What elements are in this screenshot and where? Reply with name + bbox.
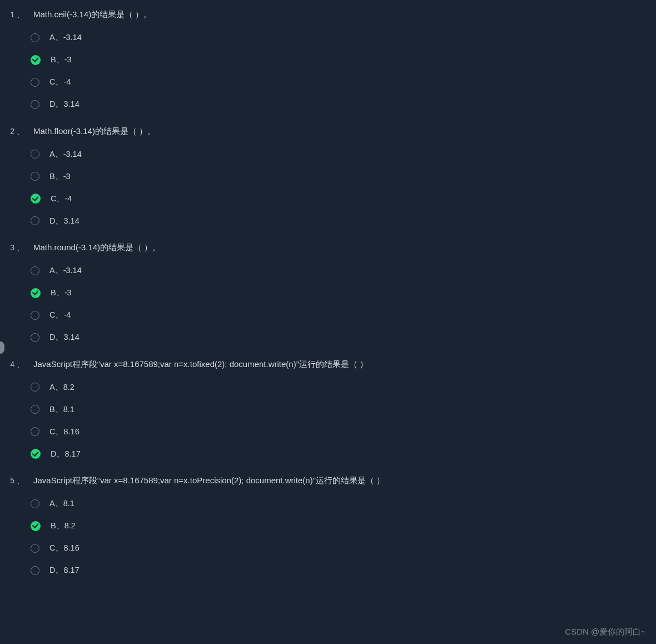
- option-label: A、-3.14: [49, 265, 82, 276]
- question-row: 1、Math.ceil(-3.14)的结果是（ ）。: [0, 7, 656, 27]
- option-row[interactable]: D、3.14: [31, 93, 656, 116]
- question-block: 1、Math.ceil(-3.14)的结果是（ ）。A、-3.14B、-3C、-…: [0, 7, 656, 116]
- check-circle-icon[interactable]: [31, 521, 41, 531]
- check-circle-icon[interactable]: [31, 194, 41, 204]
- option-row[interactable]: C、-4: [31, 187, 656, 210]
- watermark-text: CSDN @爱你的阿白~: [565, 627, 646, 637]
- option-row[interactable]: B、-3: [31, 49, 656, 71]
- option-row[interactable]: A、-3.14: [31, 260, 656, 282]
- question-text: Math.ceil(-3.14)的结果是（ ）。: [33, 8, 152, 21]
- radio-empty-icon[interactable]: [31, 566, 39, 575]
- option-row[interactable]: C、-4: [31, 304, 656, 326]
- option-label: A、8.1: [49, 498, 74, 509]
- check-circle-icon[interactable]: [31, 55, 41, 65]
- option-label: A、8.2: [49, 382, 74, 393]
- question-separator: 、: [17, 10, 33, 20]
- radio-empty-icon[interactable]: [31, 78, 39, 87]
- option-row[interactable]: B、-3: [31, 282, 656, 304]
- radio-empty-icon[interactable]: [31, 544, 39, 553]
- radio-empty-icon[interactable]: [31, 333, 39, 342]
- option-label: C、8.16: [49, 427, 79, 437]
- check-circle-icon[interactable]: [31, 288, 41, 298]
- option-label: D、8.17: [49, 565, 79, 576]
- radio-empty-icon[interactable]: [31, 150, 39, 158]
- option-row[interactable]: A、8.2: [31, 376, 656, 398]
- option-label: C、-4: [49, 310, 71, 320]
- radio-empty-icon[interactable]: [31, 172, 39, 181]
- option-row[interactable]: D、3.14: [31, 326, 656, 349]
- option-row[interactable]: C、-4: [31, 71, 656, 93]
- option-row[interactable]: A、-3.14: [31, 27, 656, 49]
- question-block: 3、Math.round(-3.14)的结果是（ ）。A、-3.14B、-3C、…: [0, 240, 656, 349]
- option-label: D、3.14: [49, 216, 79, 226]
- option-row[interactable]: B、8.2: [31, 515, 656, 537]
- question-row: 4、JavaScript程序段“var x=8.167589;var n=x.t…: [0, 356, 656, 377]
- question-row: 2、Math.floor(-3.14)的结果是（ ）。: [0, 123, 656, 143]
- question-number: 4: [0, 360, 17, 369]
- question-row: 5、JavaScript程序段“var x=8.167589;var n=x.t…: [0, 473, 656, 493]
- question-number: 1: [0, 10, 17, 19]
- radio-empty-icon[interactable]: [31, 499, 39, 508]
- radio-empty-icon[interactable]: [31, 33, 39, 42]
- question-number: 5: [0, 476, 17, 485]
- radio-empty-icon[interactable]: [31, 216, 39, 225]
- option-row[interactable]: D、8.17: [31, 559, 656, 582]
- radio-empty-icon[interactable]: [31, 311, 39, 320]
- option-label: B、-3: [49, 171, 71, 182]
- option-row[interactable]: B、-3: [31, 165, 656, 187]
- check-circle-icon[interactable]: [31, 449, 41, 459]
- radio-empty-icon[interactable]: [31, 266, 39, 275]
- quiz-container: 1、Math.ceil(-3.14)的结果是（ ）。A、-3.14B、-3C、-…: [0, 7, 656, 582]
- option-label: B、-3: [51, 55, 72, 65]
- option-label: D、3.14: [49, 332, 79, 343]
- option-row[interactable]: A、8.1: [31, 493, 656, 515]
- question-text: JavaScript程序段“var x=8.167589;var n=x.toP…: [33, 474, 385, 487]
- option-row[interactable]: C、8.16: [31, 420, 656, 443]
- radio-empty-icon[interactable]: [31, 427, 39, 436]
- option-label: B、8.2: [51, 521, 76, 531]
- question-block: 4、JavaScript程序段“var x=8.167589;var n=x.t…: [0, 356, 656, 465]
- option-row[interactable]: C、8.16: [31, 537, 656, 559]
- question-text: Math.round(-3.14)的结果是（ ）。: [33, 241, 161, 254]
- radio-empty-icon[interactable]: [31, 383, 39, 392]
- option-label: A、-3.14: [49, 149, 82, 160]
- question-separator: 、: [17, 360, 33, 370]
- option-row[interactable]: B、8.1: [31, 398, 656, 420]
- question-row: 3、Math.round(-3.14)的结果是（ ）。: [0, 240, 656, 260]
- option-row[interactable]: A、-3.14: [31, 143, 656, 165]
- option-label: C、-4: [51, 194, 72, 204]
- question-separator: 、: [17, 127, 33, 137]
- question-separator: 、: [17, 243, 33, 253]
- question-text: Math.floor(-3.14)的结果是（ ）。: [33, 125, 156, 138]
- question-block: 2、Math.floor(-3.14)的结果是（ ）。A、-3.14B、-3C、…: [0, 123, 656, 232]
- question-number: 2: [0, 127, 17, 136]
- option-label: A、-3.14: [49, 32, 82, 43]
- option-label: B、-3: [51, 288, 72, 298]
- option-row[interactable]: D、3.14: [31, 210, 656, 232]
- radio-empty-icon[interactable]: [31, 405, 39, 414]
- option-label: C、8.16: [49, 543, 79, 553]
- option-label: B、8.1: [49, 404, 74, 415]
- option-row[interactable]: D、8.17: [31, 443, 656, 465]
- option-label: C、-4: [49, 77, 71, 87]
- question-block: 5、JavaScript程序段“var x=8.167589;var n=x.t…: [0, 473, 656, 582]
- option-label: D、3.14: [49, 99, 79, 110]
- question-number: 3: [0, 243, 17, 252]
- radio-empty-icon[interactable]: [31, 100, 39, 109]
- question-text: JavaScript程序段“var x=8.167589;var n=x.tof…: [33, 358, 368, 371]
- option-label: D、8.17: [51, 449, 81, 459]
- question-separator: 、: [17, 476, 33, 486]
